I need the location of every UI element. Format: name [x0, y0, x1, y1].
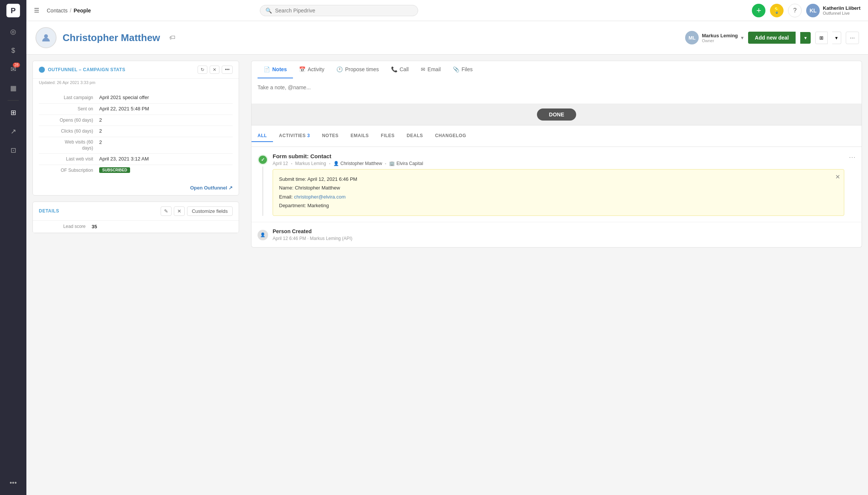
- view-chevron-button[interactable]: ▾: [832, 32, 841, 44]
- activity-filter-bar: ALL ACTIVITIES 3 NOTES EMAILS: [251, 125, 862, 147]
- meta-dot-2: [329, 163, 330, 164]
- owner-chevron-icon[interactable]: ▾: [741, 35, 744, 41]
- outfunnel-actions: ↻ ✕ •••: [198, 66, 233, 74]
- more-options-button[interactable]: ⋯: [846, 32, 859, 44]
- stats-row-last-campaign: Last campaign April 2021 special offer: [39, 92, 233, 104]
- tag-icon[interactable]: 🏷: [169, 34, 175, 41]
- tab-email[interactable]: ✉ Email: [415, 61, 447, 78]
- form-submit-date: April 12: [273, 161, 288, 166]
- person-icon: 👤: [333, 161, 339, 166]
- person-created-author: Markus Leming (API): [310, 236, 353, 241]
- filter-files[interactable]: FILES: [375, 130, 401, 142]
- outfunnel-icon: [39, 67, 45, 73]
- call-tab-icon: 📞: [391, 66, 397, 72]
- search-input[interactable]: [275, 8, 413, 14]
- sidebar-item-calendar[interactable]: ▦: [5, 80, 21, 96]
- svg-point-0: [44, 34, 48, 38]
- tab-call[interactable]: 📞 Call: [385, 61, 415, 78]
- chart-icon: ↗: [11, 127, 16, 136]
- left-panel: OUTFUNNEL – CAMPAIGN STATS ↻ ✕ ••• Updat…: [26, 55, 245, 495]
- activity-list: ✓ Form submit: Contact April 12 Markus L…: [251, 147, 862, 248]
- bulb-button[interactable]: 💡: [770, 4, 784, 17]
- person-created-meta: April 12 6:46 PM · Markus Leming (API): [273, 236, 856, 241]
- owner-label: Owner: [702, 38, 738, 43]
- activity-tab-icon: 📅: [299, 66, 305, 72]
- person-created-icon: 👤: [260, 232, 265, 237]
- last-web-visit-label: Last web visit: [39, 156, 99, 162]
- owner-info: Markus Leming Owner: [702, 33, 738, 43]
- help-button[interactable]: ?: [788, 4, 802, 17]
- user-menu[interactable]: KL Katheriin Liibert Outfunnel Live: [806, 4, 860, 17]
- person-avatar: [35, 27, 57, 48]
- app-logo[interactable]: P: [6, 4, 20, 17]
- form-submit-close-button[interactable]: ✕: [835, 173, 840, 180]
- web-visits-label: Web visits (60days): [39, 139, 99, 151]
- owner-name: Markus Leming: [702, 33, 738, 38]
- filter-deals[interactable]: DEALS: [401, 130, 429, 142]
- meta-dot-1: [291, 163, 292, 164]
- lead-score-value: 35: [92, 224, 97, 229]
- lead-score-row: Lead score 35: [33, 221, 239, 233]
- open-outfunnel-link[interactable]: Open Outfunnel ↗: [33, 180, 239, 195]
- briefcase-icon: ⊡: [11, 146, 16, 154]
- activity-line: [262, 167, 263, 216]
- activities-count: 3: [307, 133, 310, 138]
- subscription-label: OF Subscription: [39, 167, 99, 174]
- filter-emails[interactable]: EMAILS: [345, 130, 375, 142]
- activity-more-button[interactable]: ⋯: [849, 153, 856, 161]
- filter-activities[interactable]: ACTIVITIES 3: [273, 130, 316, 142]
- person-created-content: Person Created April 12 6:46 PM · Markus…: [273, 228, 856, 241]
- outfunnel-subtitle: Updated: 26 Apr 2021 3:33 pm: [33, 79, 239, 88]
- breadcrumb-current[interactable]: People: [74, 8, 91, 14]
- sidebar-item-mail[interactable]: ✉ 28: [5, 61, 21, 78]
- refresh-button[interactable]: ↻: [198, 66, 207, 74]
- opens-value: 2: [99, 117, 102, 123]
- stats-row-sent-on: Sent on April 22, 2021 5:48 PM: [39, 104, 233, 115]
- sidebar-item-briefcase[interactable]: ⊡: [5, 142, 21, 159]
- top-nav: ☰ Contacts / People 🔍 + 💡 ?: [26, 0, 868, 21]
- person-created-title: Person Created: [273, 228, 856, 234]
- form-submit-email-link[interactable]: christopher@elvira.com: [294, 194, 346, 200]
- tab-notes[interactable]: 📄 Notes: [258, 61, 293, 78]
- form-submit-box: ✕ Submit time: April 12, 2021 6:46 PM Na…: [273, 169, 844, 216]
- sidebar-item-contacts[interactable]: ⊞: [5, 104, 21, 121]
- person-created-dot: 👤: [258, 230, 268, 240]
- breadcrumb-parent[interactable]: Contacts: [47, 8, 67, 14]
- tab-files[interactable]: 📎 Files: [447, 61, 479, 78]
- sidebar-item-chart[interactable]: ↗: [5, 123, 21, 140]
- form-submit-department: Department: Marketing: [279, 201, 838, 210]
- filter-changelog[interactable]: CHANGELOG: [429, 130, 472, 142]
- add-button[interactable]: +: [752, 4, 765, 17]
- tab-propose-times[interactable]: 🕐 Propose times: [330, 61, 385, 78]
- stats-row-clicks: Clicks (60 days) 2: [39, 126, 233, 137]
- activity-item-form-submit: ✓ Form submit: Contact April 12 Markus L…: [252, 147, 862, 222]
- close-button[interactable]: ✕: [210, 66, 219, 74]
- email-tab-icon: ✉: [421, 66, 425, 72]
- last-web-visit-value: April 23, 2021 3:12 AM: [99, 156, 149, 162]
- files-tab-icon: 📎: [453, 66, 459, 72]
- propose-times-icon: 🕐: [336, 66, 343, 72]
- filter-notes[interactable]: NOTES: [316, 130, 345, 142]
- close-details-button[interactable]: ✕: [174, 206, 185, 216]
- sidebar-item-dollar[interactable]: $: [5, 42, 21, 59]
- customize-fields-button[interactable]: Customize fields: [187, 206, 233, 216]
- note-input-field[interactable]: [258, 84, 856, 96]
- web-visits-value: 2: [99, 139, 102, 145]
- done-button[interactable]: DONE: [537, 108, 576, 121]
- add-deal-chevron[interactable]: ▾: [800, 32, 811, 44]
- activity-dot-form-submit: ✓: [258, 154, 268, 165]
- menu-icon[interactable]: ☰: [34, 7, 39, 14]
- help-icon: ?: [793, 7, 797, 14]
- sidebar-item-target[interactable]: ◎: [5, 23, 21, 40]
- sidebar-item-more[interactable]: •••: [5, 475, 21, 491]
- tab-activity[interactable]: 📅 Activity: [293, 61, 330, 78]
- tab-files-label: Files: [462, 66, 473, 72]
- outfunnel-body: Last campaign April 2021 special offer S…: [33, 88, 239, 180]
- edit-details-button[interactable]: ✎: [161, 206, 172, 216]
- user-name: Katheriin Liibert: [823, 5, 860, 11]
- view-toggle-button[interactable]: ⊞: [815, 32, 828, 44]
- lead-score-label: Lead score: [39, 224, 92, 229]
- filter-all[interactable]: ALL: [252, 130, 273, 142]
- add-deal-button[interactable]: Add new deal: [748, 32, 796, 44]
- outfunnel-more-button[interactable]: •••: [222, 66, 233, 74]
